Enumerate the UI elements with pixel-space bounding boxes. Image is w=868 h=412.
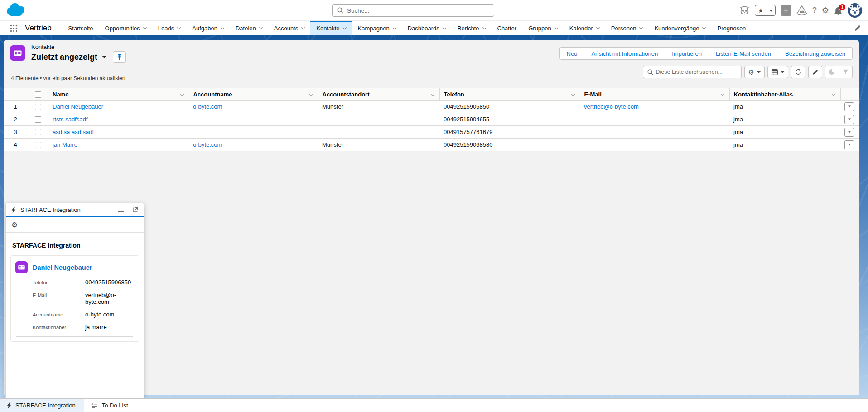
tab-berichte[interactable]: Berichte: [452, 21, 492, 35]
setup-gear-icon[interactable]: ⚙: [822, 6, 829, 14]
account-location-cell: Münster: [318, 139, 439, 151]
popout-icon[interactable]: [132, 207, 138, 213]
global-search[interactable]: [332, 4, 494, 17]
row-checkbox[interactable]: [35, 142, 41, 148]
tab-accounts[interactable]: Accounts: [268, 21, 310, 35]
neu-button[interactable]: Neu: [559, 47, 585, 60]
account-link[interactable]: o-byte.com: [193, 141, 222, 148]
phone-cell: 004915757761679: [439, 126, 580, 139]
utility-tab-starface[interactable]: STARFACE Integration: [0, 399, 84, 412]
tab-startseite[interactable]: Startseite: [63, 21, 99, 35]
importieren-button[interactable]: Importieren: [665, 47, 709, 60]
utility-tab-todo-list[interactable]: To Do List: [84, 399, 137, 412]
tab-gruppen[interactable]: Gruppen: [522, 21, 564, 35]
chevron-down-icon: [443, 26, 446, 29]
chevron-down-icon[interactable]: [571, 92, 574, 96]
ansicht-mit-informationen-button[interactable]: Ansicht mit Informationen: [584, 47, 665, 60]
chevron-down-icon[interactable]: [720, 92, 724, 96]
chevron-down-icon[interactable]: [309, 92, 313, 96]
select-all-checkbox[interactable]: [35, 91, 41, 98]
edit-navigation-pencil-icon[interactable]: [854, 25, 861, 33]
list-settings-button[interactable]: ⚙: [744, 66, 765, 78]
chevron-down-icon: [221, 26, 224, 29]
email-link[interactable]: vertrieb@o-byte.com: [584, 103, 639, 110]
tab-aufgaben[interactable]: Aufgaben: [186, 21, 230, 35]
tab-personen[interactable]: Personen: [605, 21, 649, 35]
tab-prognosen[interactable]: Prognosen: [711, 21, 752, 35]
tab-kalender[interactable]: Kalender: [564, 21, 605, 35]
row-checkbox[interactable]: [35, 129, 41, 135]
row-actions-button[interactable]: [844, 115, 854, 124]
chevron-down-icon[interactable]: [180, 92, 183, 96]
tab-kundenvorgaenge[interactable]: Kundenvorgänge: [648, 21, 711, 35]
column-header-name[interactable]: Name: [48, 88, 189, 101]
panel-contact-name-link[interactable]: Daniel Neugebauer: [33, 264, 92, 271]
row-checkbox[interactable]: [35, 104, 41, 110]
owner-alias-cell: jma: [729, 101, 840, 113]
extension-owl-icon[interactable]: [739, 5, 750, 16]
user-avatar[interactable]: [847, 3, 863, 18]
chevron-down-icon: [177, 26, 181, 29]
contact-name-link[interactable]: jan Marre: [53, 141, 77, 148]
row-actions-button[interactable]: [844, 102, 854, 111]
row-actions-button[interactable]: [844, 140, 854, 149]
list-view-selector-caret-icon[interactable]: [102, 56, 106, 58]
refresh-button[interactable]: [791, 66, 805, 78]
row-number-column: [4, 88, 27, 101]
owner-alias-cell: jma: [729, 139, 840, 151]
panel-settings-gear-icon[interactable]: ⚙: [11, 221, 18, 229]
favorite-star-icon[interactable]: ★: [755, 7, 767, 14]
contact-name-link[interactable]: asdfsa asdfsadf: [53, 129, 94, 135]
contact-name-link[interactable]: Daniel Neugebauer: [53, 103, 103, 110]
panel-title: STARFACE Integration: [20, 206, 114, 213]
column-header-accountname[interactable]: Accountname: [189, 88, 318, 101]
row-number: 1: [4, 101, 27, 113]
field-label: Accountname: [33, 311, 85, 317]
tab-kampagnen[interactable]: Kampagnen: [352, 21, 402, 35]
chevron-down-icon: [301, 26, 305, 29]
tab-dateien[interactable]: Dateien: [230, 21, 268, 35]
column-header-email[interactable]: E-Mail: [580, 88, 729, 101]
trailhead-icon[interactable]: [796, 5, 807, 15]
nav-tabs: Startseite Opportunities Leads Aufgaben …: [63, 21, 752, 35]
favorites-list-button[interactable]: [767, 10, 775, 12]
pin-list-button[interactable]: [113, 51, 126, 63]
list-search-input[interactable]: [656, 69, 741, 75]
quick-create-icon[interactable]: +: [781, 5, 791, 16]
tab-dashboards[interactable]: Dashboards: [402, 21, 452, 35]
column-header-telefon[interactable]: Telefon: [439, 88, 580, 101]
tab-kontakte[interactable]: Kontakte: [310, 21, 352, 35]
account-link[interactable]: o-byte.com: [193, 103, 222, 110]
contact-name-link[interactable]: rtsts sadfsadf: [53, 116, 87, 123]
filter-button[interactable]: [839, 66, 853, 78]
panel-header: STARFACE Integration: [6, 203, 144, 217]
tab-chatter[interactable]: Chatter: [492, 21, 523, 35]
help-icon[interactable]: ?: [812, 6, 817, 15]
app-launcher-icon[interactable]: [10, 24, 18, 32]
listen-email-senden-button[interactable]: Listen-E-Mail senden: [709, 47, 778, 60]
row-checkbox[interactable]: [35, 116, 41, 123]
charts-button[interactable]: [825, 66, 839, 78]
tab-opportunities[interactable]: Opportunities: [99, 21, 152, 35]
global-search-input[interactable]: [347, 7, 494, 14]
table-grid-icon: [772, 69, 778, 75]
column-header-accountstandort[interactable]: Accountstandort: [318, 88, 439, 101]
column-header-kontaktinhaber-alias[interactable]: Kontaktinhaber-Alias: [729, 88, 840, 101]
caret-down-icon: [848, 106, 850, 108]
caret-down-icon: [757, 71, 761, 73]
table-row: 4 jan Marre o-byte.com Münster 004925159…: [4, 139, 859, 151]
notifications-bell-icon[interactable]: 1: [834, 6, 842, 15]
display-as-button[interactable]: [767, 66, 788, 78]
tab-leads[interactable]: Leads: [152, 21, 186, 35]
list-view-title[interactable]: Zuletzt angezeigt: [31, 53, 97, 62]
inline-edit-button[interactable]: [808, 66, 822, 78]
account-cell: [189, 126, 318, 139]
minimize-icon[interactable]: [118, 207, 124, 212]
bezeichnung-zuweisen-button[interactable]: Bezeichnung zuweisen: [778, 47, 853, 60]
row-actions-button[interactable]: [844, 128, 854, 137]
chevron-down-icon[interactable]: [430, 92, 434, 96]
search-icon: [647, 69, 653, 75]
contact-card: Daniel Neugebauer Telefon00492515906850 …: [10, 255, 139, 342]
caret-down-icon: [781, 71, 784, 73]
chevron-down-icon[interactable]: [831, 92, 835, 96]
